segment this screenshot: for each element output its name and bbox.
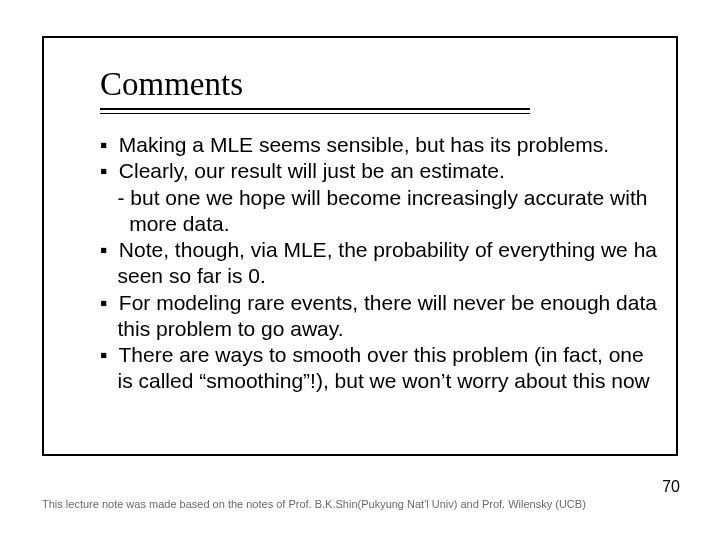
title-block: Comments xyxy=(100,66,660,102)
footnote: This lecture note was made based on the … xyxy=(42,498,586,510)
page-number: 70 xyxy=(662,478,680,496)
bullet-4-line-2: this problem to go away. xyxy=(118,317,344,340)
bullet-icon: ▪ xyxy=(100,342,113,368)
bullet-icon: ▪ xyxy=(100,237,113,263)
body-text: ▪ Making a MLE seems sensible, but has i… xyxy=(100,132,720,395)
title-underline-thin xyxy=(100,113,530,114)
bullet-icon: ▪ xyxy=(100,290,113,316)
bullet-2: Clearly, our result will just be an esti… xyxy=(119,159,505,182)
title-underline-thick xyxy=(100,108,530,110)
bullet-5-line-1: There are ways to smooth over this probl… xyxy=(118,343,643,366)
bullet-3-line-2: seen so far is 0. xyxy=(118,264,266,287)
bullet-1: Making a MLE seems sensible, but has its… xyxy=(119,133,609,156)
bullet-3-line-1: Note, though, via MLE, the probability o… xyxy=(119,238,657,261)
bullet-2-sub-2: more data. xyxy=(129,212,229,235)
bullet-2-sub-1: - but one we hope will become increasing… xyxy=(118,186,648,209)
bullet-4-line-1: For modeling rare events, there will nev… xyxy=(119,291,657,314)
bullet-icon: ▪ xyxy=(100,132,113,158)
bullet-5-line-2: is called “smoothing”!), but we won’t wo… xyxy=(118,369,650,392)
bullet-icon: ▪ xyxy=(100,158,113,184)
slide-title: Comments xyxy=(100,66,243,102)
